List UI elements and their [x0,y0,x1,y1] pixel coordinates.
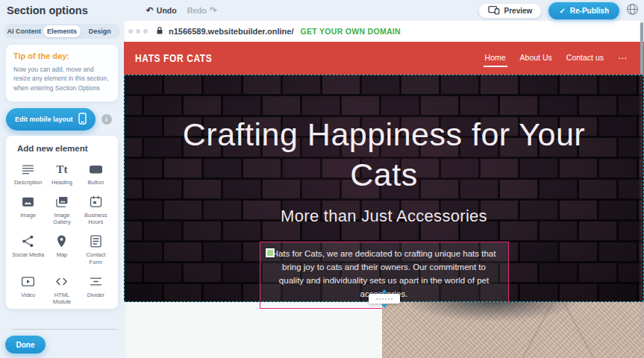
preview-label: Preview [504,7,533,15]
lock-icon [156,25,163,38]
element-label: Image Gallery [46,212,78,227]
resize-down-arrow-icon [381,304,387,308]
toolbar-actions: Preview ✓ Re-Publish [478,2,639,19]
element-social-media[interactable]: Social Media [12,233,44,266]
tab-design[interactable]: Design [81,25,119,37]
undo-icon: ↶ [146,6,154,15]
tip-of-the-day-card: Tip of the day: Now you can add, move an… [6,45,118,101]
preview-button[interactable]: Preview [478,3,543,19]
element-divider[interactable]: Divider [80,273,112,307]
map-icon [54,233,69,249]
image-icon [20,193,36,210]
redo-label: Redo [187,6,207,15]
element-description[interactable]: Description [12,160,44,186]
tab-elements[interactable]: Elements [43,25,81,37]
element-html-module[interactable]: HTML Module [46,273,78,307]
image-gallery-icon [54,193,69,210]
add-element-title: Add new element [6,136,118,154]
tip-title: Tip of the day: [13,51,110,60]
nav-about-us[interactable]: About Us [520,53,552,64]
republish-label: Re-Publish [570,7,609,15]
element-image-gallery[interactable]: Image Gallery [46,193,78,227]
next-section-image [382,302,644,358]
element-label: Video [21,292,35,299]
site-header: HATS FOR CATS Home About Us Contact us ⋯ [124,42,644,75]
element-label: Business Hours [80,212,112,227]
video-icon [20,273,36,289]
tab-ai-content[interactable]: AI Content [5,25,43,37]
site-nav: Home About Us Contact us ⋯ [485,53,628,64]
element-grid: Description Tt Heading Button [6,154,118,309]
element-label: Description [14,179,43,186]
info-icon[interactable]: i [101,114,112,125]
nav-more-icon[interactable]: ⋯ [618,53,628,63]
site-preview: n1566589.websitebuilder.online/ GET YOUR… [124,21,644,358]
element-label: Social Media [12,251,44,259]
next-section-text-area [124,302,382,358]
undo-button[interactable]: ↶ Undo [146,6,177,15]
nav-contact-us[interactable]: Contact us [566,53,604,64]
element-label: Button [87,179,104,186]
element-label: Heading [51,179,72,186]
site-url: n1566589.websitebuilder.online/ [169,27,294,36]
button-icon [88,160,104,177]
republish-button[interactable]: ✓ Re-Publish [548,2,619,19]
page-title: Section options [7,4,88,16]
sidebar-tabs: AI Content Elements Design [4,24,120,39]
contact-form-icon [88,233,104,249]
element-image[interactable]: Image [12,193,44,227]
resize-up-arrow-icon [381,289,387,293]
business-hours-icon [88,193,104,210]
add-element-panel: Add new element Description Tt Heading [6,136,118,309]
redo-icon: ↷ [210,6,217,15]
social-media-icon [20,233,36,249]
drag-handle[interactable] [266,248,275,257]
html-module-icon [54,273,69,289]
get-domain-link[interactable]: GET YOUR OWN DOMAIN [301,27,401,36]
heading-icon: Tt [56,160,67,177]
globe-icon[interactable] [626,3,639,19]
devices-icon [488,5,500,16]
top-toolbar: Section options ↶ Undo Redo ↷ Preview ✓ … [0,0,644,21]
phone-icon [78,113,87,126]
sidebar-divider [12,329,116,330]
site-logo[interactable]: HATS FOR CATS [135,52,212,65]
next-section [124,302,644,358]
preview-scrollbar[interactable] [640,21,644,337]
hero-title[interactable]: Crafting Happiness for Your Cats [164,114,604,195]
scrollbar-thumb[interactable] [640,22,643,75]
edit-mobile-label: Edit mobile layout [15,116,73,123]
redo-button[interactable]: Redo ↷ [187,6,217,15]
edit-mobile-layout-button[interactable]: Edit mobile layout [6,108,96,131]
hero-subtitle[interactable]: More than Just Accessories [281,207,487,226]
tip-body: Now you can add, move and resize any ele… [13,65,110,92]
element-button[interactable]: Button [80,160,112,186]
element-label: HTML Module [46,292,78,307]
browser-window-dots-icon [128,29,148,34]
element-label: Image [20,212,36,219]
section-options-sidebar: AI Content Elements Design Tip of the da… [0,21,124,358]
undo-label: Undo [157,6,177,15]
hero-content: Crafting Happiness for Your Cats More th… [125,75,643,301]
element-business-hours[interactable]: Business Hours [80,193,112,227]
section-resize-handle[interactable] [369,289,400,308]
resize-grip [369,294,400,304]
element-label: Contact Form [80,251,112,266]
element-video[interactable]: Video [12,273,44,307]
check-icon: ✓ [559,7,565,15]
element-heading[interactable]: Tt Heading [46,160,78,186]
element-contact-form[interactable]: Contact Form [80,233,112,266]
history-controls: ↶ Undo Redo ↷ [146,6,217,15]
element-map[interactable]: Map [46,233,78,266]
description-icon [20,160,36,177]
divider-icon [88,273,104,289]
nav-home[interactable]: Home [485,53,506,64]
hero-section-selected[interactable]: Crafting Happiness for Your Cats More th… [124,75,644,302]
browser-address-bar: n1566589.websitebuilder.online/ GET YOUR… [124,21,644,42]
element-label: Map [57,251,68,259]
element-label: Divider [87,292,104,299]
done-button[interactable]: Done [5,336,46,354]
